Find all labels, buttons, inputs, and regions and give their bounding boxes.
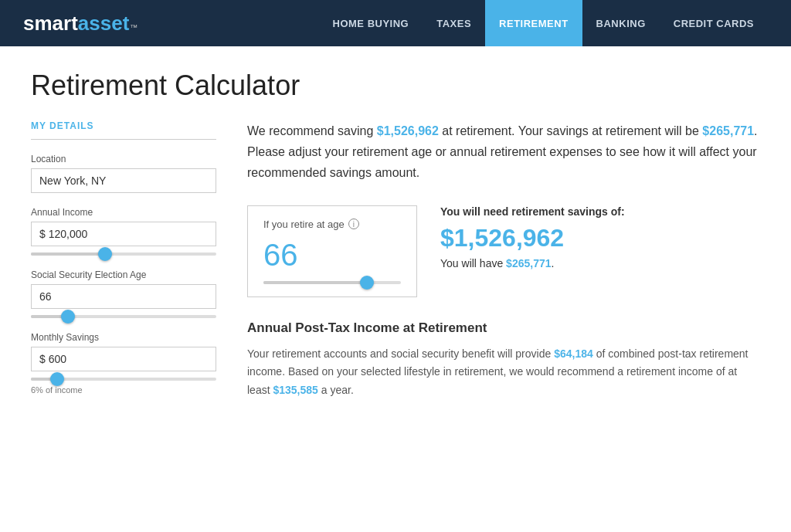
social-security-slider-thumb[interactable]	[61, 310, 75, 324]
annual-income-slider-track	[31, 252, 216, 256]
needs-have-text: You will have	[440, 257, 506, 269]
nav-credit-cards[interactable]: CREDIT CARDS	[660, 0, 768, 46]
monthly-savings-input[interactable]	[31, 347, 216, 371]
rec-amount-1: $1,526,962	[377, 124, 439, 137]
retire-age-slider-thumb[interactable]	[360, 276, 374, 290]
nav-retirement[interactable]: RETIREMENT	[485, 0, 582, 46]
location-field-group: Location	[31, 154, 216, 193]
social-security-age-label: Social Security Election Age	[31, 269, 216, 280]
retirement-needs: You will need retirement savings of: $1,…	[440, 205, 760, 269]
logo: smartasset™	[23, 12, 137, 36]
post-tax-amount-1: $64,184	[554, 347, 593, 360]
logo-asset: asset	[78, 12, 130, 36]
post-tax-text-3: a year.	[318, 384, 354, 396]
monthly-savings-field-group: Monthly Savings 6% of income	[31, 332, 216, 395]
social-security-slider-track	[31, 315, 216, 318]
needs-have-amount: $265,771	[506, 257, 551, 269]
retire-age-label: If you retire at age i	[263, 219, 401, 230]
needs-have-end: .	[552, 257, 555, 269]
nav-banking[interactable]: BANKING	[582, 0, 660, 46]
sidebar-divider	[31, 139, 216, 140]
monthly-savings-label: Monthly Savings	[31, 332, 216, 343]
logo-tm: ™	[130, 23, 137, 32]
logo-smart: smart	[23, 12, 78, 36]
nav-home-buying[interactable]: HOME BUYING	[319, 0, 423, 46]
monthly-savings-slider-track	[31, 378, 216, 381]
social-security-slider[interactable]	[31, 315, 216, 318]
retire-age-box: If you retire at age i 66	[247, 205, 417, 297]
retire-age-slider-fill	[263, 281, 367, 284]
post-tax-title: Annual Post-Tax Income at Retirement	[247, 320, 760, 336]
page-container: Retirement Calculator MY DETAILS Locatio…	[0, 46, 791, 532]
post-tax-text: Your retirement accounts and social secu…	[247, 345, 760, 400]
location-input[interactable]	[31, 168, 216, 193]
retire-age-label-text: If you retire at age	[263, 219, 345, 230]
monthly-savings-note: 6% of income	[31, 385, 216, 395]
post-tax-amount-2: $135,585	[273, 384, 317, 396]
annual-income-slider-thumb[interactable]	[98, 247, 112, 261]
annual-income-field-group: Annual Income	[31, 207, 216, 256]
monthly-savings-slider-thumb[interactable]	[50, 372, 64, 386]
rec-amount-2: $265,771	[702, 124, 754, 137]
sidebar: MY DETAILS Location Annual Income	[31, 120, 216, 408]
location-label: Location	[31, 154, 216, 164]
rec-text-2: at retirement. Your savings at retiremen…	[439, 124, 703, 137]
rec-text-1: We recommend saving	[247, 124, 377, 137]
main-layout: MY DETAILS Location Annual Income	[31, 120, 760, 408]
retire-age-slider[interactable]	[263, 281, 401, 284]
main-nav: HOME BUYING TAXES RETIREMENT BANKING CRE…	[319, 0, 768, 46]
social-security-age-input[interactable]	[31, 284, 216, 309]
post-tax-section: Annual Post-Tax Income at Retirement You…	[247, 320, 760, 400]
annual-income-input[interactable]	[31, 222, 216, 246]
post-tax-text-1: Your retirement accounts and social secu…	[247, 347, 554, 360]
header: smartasset™ HOME BUYING TAXES RETIREMENT…	[0, 0, 791, 46]
page-title: Retirement Calculator	[31, 69, 760, 102]
annual-income-label: Annual Income	[31, 207, 216, 218]
page-inner: Retirement Calculator MY DETAILS Locatio…	[0, 46, 791, 432]
needs-amount: $1,526,962	[440, 224, 760, 252]
retirement-widget-row: If you retire at age i 66 You will need …	[247, 205, 760, 297]
needs-have: You will have $265,771.	[440, 257, 760, 269]
social-security-age-field-group: Social Security Election Age	[31, 269, 216, 318]
annual-income-slider[interactable]	[31, 252, 216, 256]
retire-age-info-icon[interactable]: i	[348, 219, 359, 229]
annual-income-slider-fill	[31, 252, 105, 256]
right-content: We recommend saving $1,526,962 at retire…	[247, 120, 760, 408]
retire-age-value: 66	[263, 239, 401, 270]
my-details-label: MY DETAILS	[31, 120, 216, 131]
monthly-savings-slider[interactable]	[31, 378, 216, 381]
recommendation-text: We recommend saving $1,526,962 at retire…	[247, 120, 760, 184]
nav-taxes[interactable]: TAXES	[423, 0, 485, 46]
needs-label: You will need retirement savings of:	[440, 205, 760, 218]
